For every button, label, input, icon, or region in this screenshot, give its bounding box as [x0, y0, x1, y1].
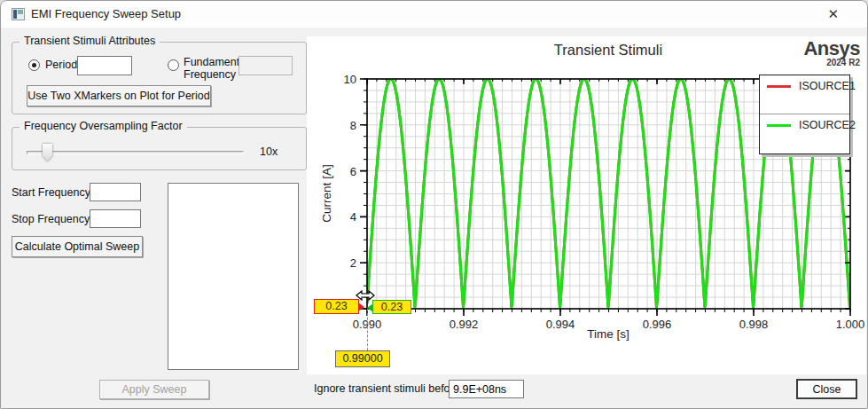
plot-legend: ISOURCE1 ISOURCE2 — [759, 75, 850, 154]
isource2-marker-readout: 0.23 — [372, 300, 411, 314]
legend-entry-isource2: ISOURCE2 — [760, 114, 849, 153]
stimuli-attributes-group-title: Transient Stimuli Attributes — [20, 35, 160, 47]
svg-text:8: 8 — [350, 119, 356, 132]
isource1-line-swatch — [767, 85, 791, 88]
chart-title: Transient Stimuli — [484, 42, 732, 59]
chart-panel: 0.9900.9920.9940.9960.9981.0000246810 Tr… — [307, 36, 866, 374]
title-bar: EMI Frequency Sweep Setup ✕ — [1, 1, 867, 28]
oversampling-group: Frequency Oversampling Factor 10x — [12, 127, 307, 170]
ignore-before-label: Ignore transient stimuli before — [314, 382, 460, 395]
close-button[interactable]: Close — [796, 379, 857, 399]
ansys-logo: Ansys 2024 R2 — [793, 39, 860, 67]
x-marker-value-box[interactable]: 0.99000 — [335, 350, 390, 367]
ansys-wordmark: Ansys — [793, 39, 860, 59]
y-axis-label: Current [A] — [320, 164, 333, 222]
use-xmarkers-button[interactable]: Use Two XMarkers on Plot for Period — [27, 85, 211, 106]
oversampling-slider-thumb[interactable] — [43, 144, 52, 161]
svg-text:6: 6 — [350, 165, 356, 178]
oversampling-value-label: 10x — [260, 146, 278, 158]
window-title: EMI Frequency Sweep Setup — [31, 7, 181, 20]
fundamental-label-line2: Frequency — [184, 68, 236, 81]
start-frequency-label: Start Frequency: — [12, 186, 93, 199]
window-close-icon[interactable]: ✕ — [827, 6, 839, 22]
stop-frequency-input[interactable] — [90, 209, 141, 228]
svg-text:10: 10 — [344, 73, 356, 86]
svg-text:0.998: 0.998 — [739, 318, 769, 331]
isource2-legend-label: ISOURCE2 — [799, 119, 856, 131]
stimuli-attributes-group: Transient Stimuli Attributes Period Fund… — [12, 42, 307, 114]
emi-frequency-sweep-window: EMI Frequency Sweep Setup ✕ Transient St… — [0, 0, 868, 409]
app-icon — [12, 8, 25, 20]
isource1-marker-readout: 0.23 — [314, 299, 359, 314]
period-input[interactable] — [77, 56, 132, 75]
period-radio[interactable] — [28, 59, 40, 71]
sweep-list[interactable] — [168, 183, 299, 370]
x-marker-drag-handle-icon[interactable] — [356, 290, 375, 301]
svg-text:1.000: 1.000 — [836, 318, 865, 331]
x-axis-label: Time [s] — [484, 327, 732, 341]
isource2-line-swatch — [767, 124, 791, 127]
legend-entry-isource1: ISOURCE1 — [760, 75, 849, 114]
ignore-before-input[interactable] — [449, 380, 524, 398]
fundamental-frequency-input[interactable] — [239, 56, 293, 75]
oversampling-group-title: Frequency Oversampling Factor — [20, 120, 187, 132]
svg-text:4: 4 — [350, 210, 356, 224]
svg-text:0.992: 0.992 — [450, 318, 479, 331]
svg-text:2: 2 — [350, 256, 356, 270]
period-radio-label: Period — [45, 59, 77, 71]
calculate-optimal-sweep-button[interactable]: Calculate Optimal Sweep — [12, 236, 143, 257]
fundamental-frequency-radio[interactable] — [168, 59, 179, 71]
start-frequency-input[interactable] — [90, 183, 141, 201]
stop-frequency-label: Stop Frequency: — [12, 213, 93, 225]
x-marker-line — [367, 309, 368, 350]
dialog-frame: EMI Frequency Sweep Setup ✕ Transient St… — [0, 0, 868, 409]
apply-sweep-button[interactable]: Apply Sweep — [99, 380, 209, 399]
oversampling-slider-track[interactable] — [27, 151, 244, 154]
ansys-release: 2024 R2 — [793, 59, 860, 67]
isource1-legend-label: ISOURCE1 — [799, 80, 856, 92]
